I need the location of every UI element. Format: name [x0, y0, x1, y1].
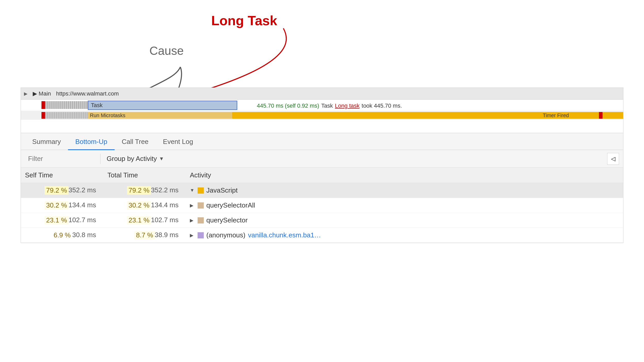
- sidebar-toggle-icon: ◁: [611, 156, 615, 162]
- flame-row-2: Run Microtasks Timer Fired: [21, 111, 623, 120]
- tabs-bar: Summary Bottom-Up Call Tree Event Log: [21, 133, 623, 150]
- activity-cell: ▶querySelector: [186, 213, 623, 228]
- main-label: ▶ Main: [33, 90, 51, 97]
- task-block[interactable]: Task: [88, 101, 237, 110]
- total-time-pct: 8.7 %: [134, 231, 155, 239]
- total-time-cell: 38.9 ms 8.7 %: [103, 228, 186, 243]
- total-time-cell: 102.7 ms 23.1 %: [103, 213, 186, 228]
- self-time-value: 30.8 ms: [72, 231, 96, 239]
- red-marker-1: [41, 101, 45, 109]
- table-header-row: Self Time Total Time Activity: [21, 168, 623, 183]
- self-time-value: 134.4 ms: [69, 201, 96, 209]
- red-marker-3: [599, 112, 603, 119]
- timing-end: took 445.70 ms.: [362, 102, 402, 109]
- timeline-header: ▶ ▶ Main https://www.walmart.com: [21, 88, 623, 100]
- devtools-panel: ▶ ▶ Main https://www.walmart.com Task 44…: [21, 88, 623, 243]
- table-row[interactable]: 30.8 ms 6.9 % 38.9 ms 8.7 % ▶(anonymous)…: [21, 228, 623, 243]
- total-time-pct: 30.2 %: [127, 201, 151, 210]
- self-time-cell: 102.7 ms 23.1 %: [21, 213, 103, 228]
- long-task-annotation: Long Task: [211, 13, 277, 28]
- self-time-pct: 23.1 %: [45, 216, 69, 225]
- activity-name: querySelectorAll: [206, 201, 255, 209]
- table-row[interactable]: 102.7 ms 23.1 % 102.7 ms 23.1 % ▶querySe…: [21, 213, 623, 228]
- activity-color-icon: [198, 217, 204, 223]
- col-header-activity[interactable]: Activity: [186, 168, 623, 183]
- self-time-cell: 352.2 ms 79.2 %: [21, 183, 103, 198]
- total-time-cell: 134.4 ms 30.2 %: [103, 198, 186, 213]
- self-time-pct: 79.2 %: [45, 186, 69, 195]
- activity-cell: ▼JavaScript: [186, 183, 623, 198]
- red-marker-2: [41, 112, 45, 119]
- tab-call-tree[interactable]: Call Tree: [115, 135, 156, 150]
- expand-arrow-icon[interactable]: ▶: [190, 203, 195, 208]
- activity-name: (anonymous): [206, 231, 245, 239]
- total-time-pct: 79.2 %: [127, 186, 151, 195]
- run-microtasks-block: Run Microtasks: [88, 112, 232, 119]
- expand-arrow-icon[interactable]: ▶: [190, 218, 195, 223]
- table-row[interactable]: 134.4 ms 30.2 % 134.4 ms 30.2 % ▶querySe…: [21, 198, 623, 213]
- cause-annotation: Cause: [149, 44, 184, 58]
- expand-icon[interactable]: ▶: [24, 91, 28, 97]
- timer-fired-block: Timer Fired: [541, 112, 597, 119]
- col-header-self-time[interactable]: Self Time: [21, 168, 103, 183]
- table-row[interactable]: 352.2 ms 79.2 % 352.2 ms 79.2 % ▼JavaScr…: [21, 183, 623, 198]
- total-time-value: 38.9 ms: [155, 231, 179, 239]
- self-time-cell: 30.8 ms 6.9 %: [21, 228, 103, 243]
- self-time-cell: 134.4 ms 30.2 %: [21, 198, 103, 213]
- self-time-pct: 6.9 %: [52, 231, 72, 239]
- self-time-pct: 30.2 %: [45, 201, 69, 210]
- sidebar-toggle-button[interactable]: ◁: [607, 153, 619, 165]
- tab-bottom-up[interactable]: Bottom-Up: [68, 135, 114, 150]
- flame-chart: Task 445.70 ms (self 0.92 ms) Task Long …: [21, 100, 623, 133]
- total-time-value: 352.2 ms: [151, 186, 179, 194]
- tab-summary[interactable]: Summary: [25, 135, 68, 150]
- filter-input[interactable]: [25, 153, 97, 165]
- timeline-url: https://www.walmart.com: [56, 90, 119, 97]
- filter-divider: [100, 154, 100, 164]
- task-info-bar: 445.70 ms (self 0.92 ms) Task Long task …: [253, 100, 623, 112]
- total-time-value: 102.7 ms: [151, 216, 179, 224]
- dropdown-arrow-icon: ▼: [159, 156, 164, 162]
- activity-name: JavaScript: [206, 186, 238, 194]
- group-by-button[interactable]: Group by Activity ▼: [104, 153, 167, 165]
- col-header-total-time[interactable]: Total Time: [103, 168, 186, 183]
- self-time-value: 352.2 ms: [69, 186, 96, 194]
- activity-color-icon: [198, 232, 204, 238]
- expand-arrow-icon[interactable]: ▼: [190, 188, 195, 193]
- expand-arrow-icon[interactable]: ▶: [190, 232, 195, 238]
- filter-row: Group by Activity ▼ ◁: [21, 150, 623, 168]
- activity-name: querySelector: [206, 216, 248, 224]
- total-time-pct: 23.1 %: [127, 216, 151, 225]
- timing-info: 445.70 ms (self 0.92 ms): [257, 102, 319, 109]
- total-time-value: 134.4 ms: [151, 201, 179, 209]
- activity-cell: ▶querySelectorAll: [186, 198, 623, 213]
- total-time-cell: 352.2 ms 79.2 %: [103, 183, 186, 198]
- activity-source-link[interactable]: vanilla.chunk.esm.ba1…: [248, 231, 321, 239]
- group-by-label: Group by Activity: [107, 155, 157, 163]
- task-label: Task: [321, 102, 333, 109]
- long-task-link[interactable]: Long task: [335, 102, 359, 109]
- activity-color-icon: [198, 202, 204, 209]
- activity-cell: ▶(anonymous) vanilla.chunk.esm.ba1…: [186, 228, 623, 243]
- self-time-value: 102.7 ms: [69, 216, 96, 224]
- tab-event-log[interactable]: Event Log: [156, 135, 200, 150]
- bottom-up-table: Self Time Total Time Activity 352.2 ms 7…: [21, 168, 623, 243]
- activity-color-icon: [198, 187, 204, 194]
